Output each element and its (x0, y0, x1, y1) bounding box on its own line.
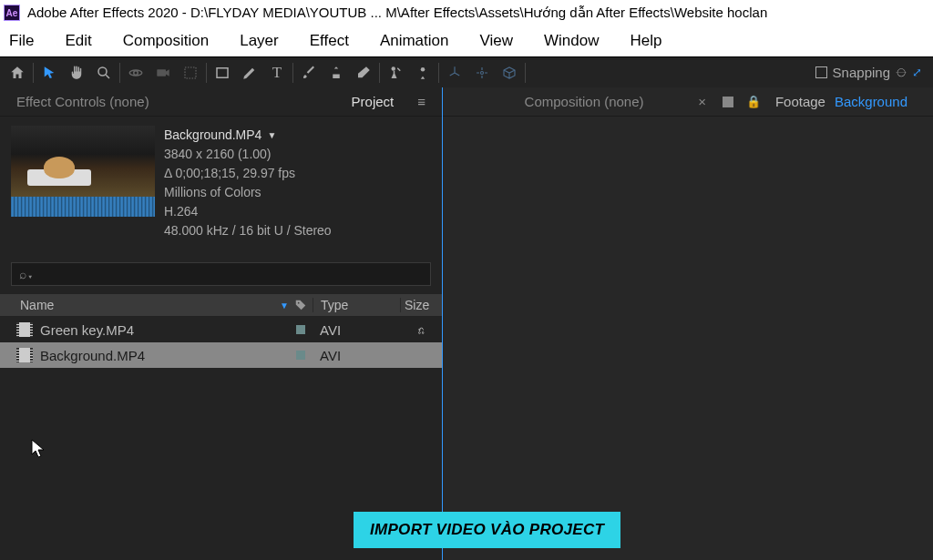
workspace: Effect Controls (none) Project ≡ Backgro… (0, 87, 933, 560)
label-swatch-icon[interactable] (296, 325, 305, 334)
composition-panel-tabs: Composition (none) × 🔒 Footage Backgroun… (443, 87, 933, 117)
project-row[interactable]: Green key.MP4 AVI ⎌ (0, 317, 442, 342)
puppet-pin-tool-icon[interactable] (409, 60, 436, 86)
asset-colors: Millions of Colors (164, 183, 431, 202)
camera-tool-icon[interactable] (149, 60, 177, 86)
close-tab-icon[interactable]: × (698, 94, 706, 109)
snapping-label: Snapping (833, 65, 890, 80)
row-type: AVI (313, 322, 400, 338)
roto-brush-tool-icon[interactable] (382, 60, 409, 86)
tab-footage-label: Footage (775, 94, 825, 109)
menu-window[interactable]: Window (537, 28, 606, 54)
asset-audio: 48.000 kHz / 16 bit U / Stereo (164, 221, 431, 240)
svg-point-1 (134, 70, 138, 75)
flowchart-icon[interactable]: ⎌ (418, 324, 425, 335)
menu-layer[interactable]: Layer (232, 28, 286, 54)
svg-point-7 (392, 66, 396, 71)
project-columns-header: Name ▼ Type Size (0, 293, 442, 317)
app-icon: Ae (4, 5, 20, 21)
asset-thumbnail[interactable] (11, 126, 155, 217)
row-name: Green key.MP4 (33, 322, 289, 338)
svg-rect-5 (217, 67, 228, 77)
orbit-tool-icon[interactable] (122, 60, 149, 86)
svg-rect-4 (185, 67, 196, 78)
asset-name: Background.MP4 (164, 126, 261, 145)
brush-tool-icon[interactable] (295, 60, 323, 86)
composition-viewer[interactable] (443, 117, 933, 560)
snapping-checkbox-icon[interactable] (815, 66, 827, 78)
menu-view[interactable]: View (473, 28, 521, 54)
rectangle-tool-icon[interactable] (209, 60, 236, 86)
tab-footage-name[interactable]: Background (835, 94, 907, 109)
titlebar: Ae Adobe After Effects 2020 - D:\FLYDAY … (0, 0, 933, 25)
menu-composition[interactable]: Composition (116, 28, 217, 54)
menu-animation[interactable]: Animation (373, 28, 456, 54)
column-name[interactable]: Name ▼ (0, 298, 289, 312)
waveform-icon (11, 197, 155, 217)
footage-file-icon (16, 348, 33, 362)
search-icon: ⌕▾ (19, 267, 34, 281)
sort-caret-icon: ▼ (280, 300, 289, 311)
zoom-tool-icon[interactable] (90, 60, 118, 86)
eraser-tool-icon[interactable] (350, 60, 377, 86)
project-panel: Effect Controls (none) Project ≡ Backgro… (0, 87, 443, 560)
svg-point-8 (421, 67, 425, 72)
svg-point-10 (298, 302, 300, 304)
clone-stamp-tool-icon[interactable] (323, 60, 350, 86)
tutorial-callout: IMPORT VIDEO VÀO PROJECT (354, 512, 620, 548)
window-title: Adobe After Effects 2020 - D:\FLYDAY MED… (27, 5, 767, 21)
tab-project[interactable]: Project (352, 94, 395, 109)
asset-dimensions: 3840 x 2160 (1.00) (164, 145, 431, 164)
asset-duration: Δ 0;00;18;15, 29.97 fps (164, 164, 431, 183)
snapping-options-icon[interactable]: ⦵ (896, 66, 907, 80)
menu-edit[interactable]: Edit (57, 28, 98, 54)
selection-tool-icon[interactable] (36, 60, 63, 86)
project-search-input[interactable]: ⌕▾ (11, 262, 431, 286)
column-size[interactable]: Size (400, 298, 442, 312)
3d-gizmo-icon[interactable] (468, 60, 496, 86)
pan-behind-tool-icon[interactable] (177, 60, 204, 86)
3d-box-icon[interactable] (496, 60, 523, 86)
asset-metadata: Background.MP4 ▼ 3840 x 2160 (1.00) Δ 0;… (164, 126, 431, 240)
lock-icon[interactable]: 🔒 (746, 95, 761, 108)
svg-rect-3 (157, 69, 166, 76)
column-label[interactable] (289, 299, 313, 311)
svg-point-9 (481, 71, 484, 74)
snapping-toggle[interactable]: Snapping ⦵ ⤢ (815, 65, 929, 80)
snapping-expand-icon[interactable]: ⤢ (912, 66, 922, 79)
panel-square-icon[interactable] (723, 97, 733, 107)
menu-file[interactable]: File (2, 28, 41, 54)
row-type: AVI (313, 348, 400, 363)
composition-panel: Composition (none) × 🔒 Footage Backgroun… (443, 87, 933, 560)
menu-help[interactable]: Help (623, 28, 670, 54)
tab-effect-controls[interactable]: Effect Controls (none) (16, 94, 149, 109)
panel-menu-icon[interactable]: ≡ (417, 94, 425, 109)
svg-point-0 (98, 67, 107, 76)
hand-tool-icon[interactable] (63, 60, 90, 86)
asset-info: Background.MP4 ▼ 3840 x 2160 (1.00) Δ 0;… (0, 117, 442, 249)
text-tool-icon[interactable]: T (263, 60, 291, 86)
menu-effect[interactable]: Effect (302, 28, 356, 54)
tab-composition[interactable]: Composition (none) (479, 94, 689, 109)
pen-tool-icon[interactable] (236, 60, 263, 86)
toolbar: T Snapping ⦵ ⤢ (0, 56, 933, 87)
project-panel-tabs: Effect Controls (none) Project ≡ (0, 87, 442, 117)
svg-rect-6 (333, 74, 340, 78)
column-type[interactable]: Type (313, 298, 400, 312)
asset-dropdown-icon[interactable]: ▼ (267, 128, 276, 142)
asset-codec: H.264 (164, 202, 431, 221)
menubar: File Edit Composition Layer Effect Anima… (0, 25, 933, 56)
3d-axis-icon[interactable] (441, 60, 468, 86)
project-row[interactable]: Background.MP4 AVI (0, 342, 442, 368)
row-name: Background.MP4 (33, 348, 289, 363)
home-icon[interactable] (4, 60, 31, 86)
label-swatch-icon[interactable] (296, 351, 305, 360)
footage-file-icon (16, 322, 33, 337)
